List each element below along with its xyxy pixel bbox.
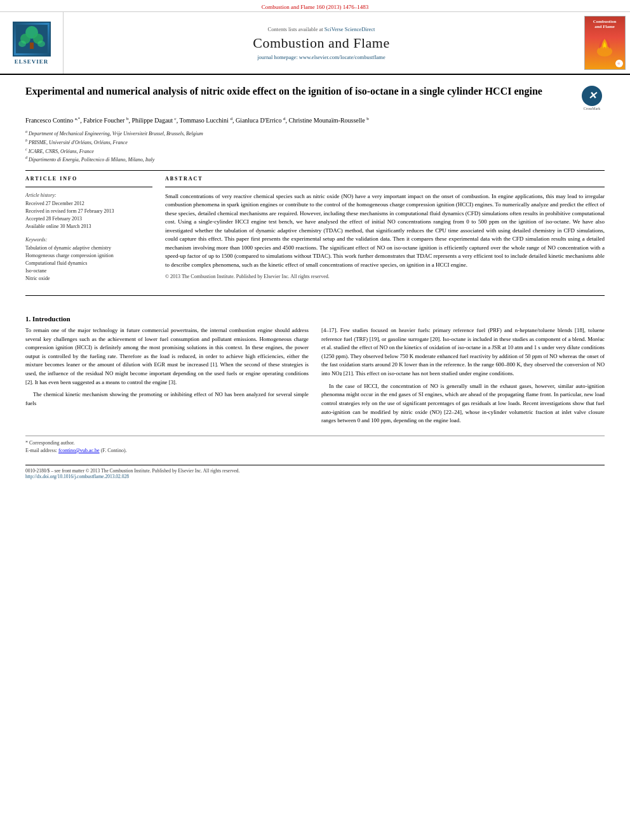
section-label: Introduction xyxy=(32,315,70,323)
journal-homepage[interactable]: journal homepage: www.elsevier.com/locat… xyxy=(257,54,385,60)
authors-section: Francesco Contino a,*, Fabrice Foucher b… xyxy=(25,116,605,125)
bottom-bar: 0010-2180/$ – see front matter © 2013 Th… xyxy=(25,465,605,479)
body-text-right: [4–17]. Few studies focused on heavier f… xyxy=(321,326,605,425)
issn-text: 0010-2180/$ – see front matter © 2013 Th… xyxy=(25,468,605,474)
crossmark-label: CrossMark xyxy=(584,107,601,110)
affiliation-b: b PRISME, Université d'Orléans, Orléans,… xyxy=(25,138,605,147)
section-number: 1. xyxy=(25,315,30,323)
paper-title-section: Experimental and numerical analysis of n… xyxy=(25,85,605,110)
divider-abstract xyxy=(165,187,605,187)
divider-main xyxy=(25,295,605,296)
paper-title: Experimental and numerical analysis of n… xyxy=(25,85,573,98)
keywords-block: Keywords: Tabulation of dynamic adaptive… xyxy=(25,237,152,283)
authors-text: Francesco Contino a,*, Fabrice Foucher b… xyxy=(25,117,369,124)
article-info-column: ARTICLE INFO Article history: Received 2… xyxy=(25,176,152,289)
abstract-text: Small concentrations of very reactive ch… xyxy=(165,192,605,281)
divider-1 xyxy=(25,170,605,171)
cover-title-text: Combustionand Flame xyxy=(593,19,617,30)
cover-badge: © xyxy=(615,60,623,67)
citation-text: Combustion and Flame 160 (2013) 1476–148… xyxy=(262,4,369,10)
sciverse-anchor[interactable]: SciVerse ScienceDirect xyxy=(325,26,375,32)
cover-flame-icon xyxy=(592,32,617,58)
copyright-line: © 2013 The Combustion Institute. Publish… xyxy=(165,273,605,281)
sciverse-link[interactable]: Contents lists available at SciVerse Sci… xyxy=(268,26,375,32)
body-col-right: [4–17]. Few studies focused on heavier f… xyxy=(321,326,605,429)
email-label: E-mail address: xyxy=(25,448,57,453)
keyword-1: Tabulation of dynamic adaptive chemistry xyxy=(25,244,152,252)
body-two-col: To remain one of the major technology in… xyxy=(25,326,605,429)
intro-para-3: [4–17]. Few studies focused on heavier f… xyxy=(321,326,605,378)
history-label: Article history: xyxy=(25,192,152,198)
section-1-title: 1. Introduction xyxy=(25,315,605,323)
intro-para-1: To remain one of the major technology in… xyxy=(25,326,309,387)
intro-para-2: The chemical kinetic mechanism showing t… xyxy=(25,390,309,408)
keyword-2: Homogeneous charge compression ignition xyxy=(25,252,152,260)
abstract-paragraph: Small concentrations of very reactive ch… xyxy=(165,192,605,270)
doi-anchor[interactable]: http://dx.doi.org/10.1016/j.combustflame… xyxy=(25,474,129,479)
keywords-label: Keywords: xyxy=(25,237,152,243)
affiliation-d: d Dipartimento di Energia, Politecnico d… xyxy=(25,155,605,164)
homepage-link[interactable]: journal homepage: www.elsevier.com/locat… xyxy=(257,54,385,60)
keyword-4: Iso-octane xyxy=(25,267,152,275)
journal-header-center: Contents lists available at SciVerse Sci… xyxy=(64,12,579,74)
info-abstract-section: ARTICLE INFO Article history: Received 2… xyxy=(25,176,605,289)
doi-link[interactable]: http://dx.doi.org/10.1016/j.combustflame… xyxy=(25,474,605,479)
crossmark-symbol: ✕ xyxy=(588,90,596,102)
body-col-left: To remain one of the major technology in… xyxy=(25,326,309,429)
footnote-section: * Corresponding author. E-mail address: … xyxy=(25,436,605,455)
accepted-date: Accepted 28 February 2013 xyxy=(25,215,152,223)
sciverse-prefix: Contents lists available at xyxy=(268,26,323,32)
page: Combustion and Flame 160 (2013) 1476–148… xyxy=(0,0,630,840)
elsevier-logo-section: ELSEVIER xyxy=(0,12,64,74)
body-content: 1. Introduction To remain one of the maj… xyxy=(0,302,630,429)
affiliation-a: a Department of Mechanical Engineering, … xyxy=(25,129,605,138)
abstract-column: ABSTRACT Small concentrations of very re… xyxy=(165,176,605,289)
top-bar: Combustion and Flame 160 (2013) 1476–148… xyxy=(0,0,630,12)
journal-header: ELSEVIER Contents lists available at Sci… xyxy=(0,12,630,75)
crossmark-section[interactable]: ✕ CrossMark xyxy=(579,85,605,110)
journal-cover-section: Combustionand Flame © xyxy=(579,12,630,74)
elsevier-logo: ELSEVIER xyxy=(13,22,51,65)
article-info-heading: ARTICLE INFO xyxy=(25,176,152,182)
corresponding-label: * Corresponding author. xyxy=(25,440,75,446)
elsevier-text: ELSEVIER xyxy=(15,58,49,65)
svg-point-6 xyxy=(37,41,45,47)
footnote-text: * Corresponding author. E-mail address: … xyxy=(25,439,605,455)
online-date: Available online 30 March 2013 xyxy=(25,223,152,230)
abstract-heading: ABSTRACT xyxy=(165,176,605,182)
article-content: Experimental and numerical analysis of n… xyxy=(0,75,630,289)
article-history-block: Article history: Received 27 December 20… xyxy=(25,192,152,230)
keyword-5: Nitric oxide xyxy=(25,275,152,283)
revised-date: Received in revised form 27 February 201… xyxy=(25,208,152,215)
intro-para-4: In the case of HCCI, the concentration o… xyxy=(321,382,605,425)
svg-point-5 xyxy=(18,41,26,47)
email-link[interactable]: fcontino@vub.ac.be xyxy=(58,448,100,453)
affiliation-c: c ICARE, CNRS, Orléans, France xyxy=(25,147,605,156)
keyword-3: Computational fluid dynamics xyxy=(25,260,152,267)
svg-point-7 xyxy=(597,46,612,57)
svg-rect-4 xyxy=(30,43,34,49)
journal-title: Combustion and Flame xyxy=(253,35,389,51)
divider-info xyxy=(25,187,152,187)
elsevier-tree-icon xyxy=(16,25,48,53)
crossmark-circle: ✕ xyxy=(582,86,602,106)
email-note: (F. Contino). xyxy=(101,448,127,453)
affiliations-section: a Department of Mechanical Engineering, … xyxy=(25,129,605,164)
received-date: Received 27 December 2012 xyxy=(25,200,152,208)
journal-cover-image: Combustionand Flame © xyxy=(584,16,626,70)
body-text-left: To remain one of the major technology in… xyxy=(25,326,309,408)
elsevier-logo-graphic xyxy=(13,22,51,57)
